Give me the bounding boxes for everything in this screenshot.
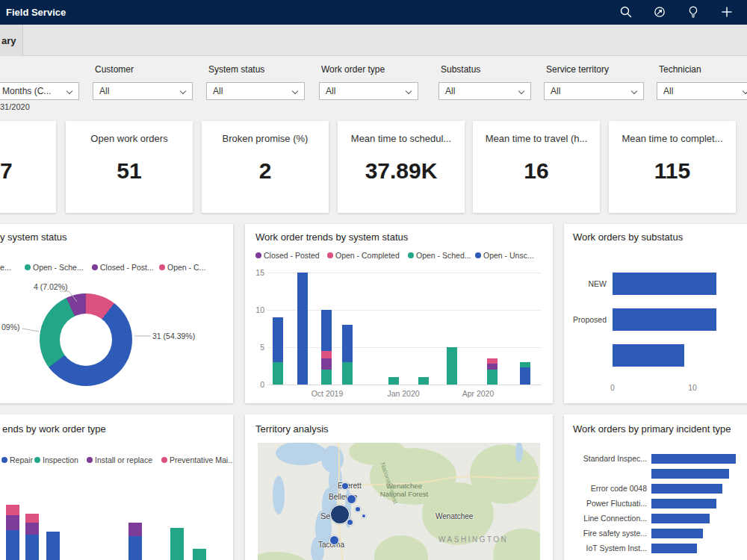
teal-legend-dot	[34, 457, 40, 463]
chevron-down-icon	[292, 88, 298, 94]
pink-legend-dot	[161, 457, 167, 463]
bar-segment-blue[interactable]	[273, 317, 283, 362]
bar-segment-purple[interactable]	[487, 364, 498, 370]
legend-label-closed-post: Closed - Post...	[100, 263, 154, 272]
legend-label-open-sche: Open - Sche...	[33, 263, 84, 272]
filter-dropdown-customer[interactable]: All	[93, 82, 193, 100]
bar-iot-system-inst[interactable]	[651, 544, 697, 553]
kpi-card-mean-time-to-travel-h[interactable]: Mean time to travel (h...16	[473, 121, 600, 213]
bar-segment-teal[interactable]	[447, 347, 457, 385]
bar-segment-teal[interactable]	[273, 362, 283, 385]
bar-segment-teal[interactable]	[487, 370, 498, 385]
bar-proposed[interactable]	[613, 308, 716, 331]
bar-power-fluctuati[interactable]	[651, 499, 716, 508]
kpi-value: 37.89K	[338, 158, 465, 184]
kpi-card-open-work-orders[interactable]: Open work orders51	[66, 121, 193, 213]
map-bubble[interactable]	[341, 482, 349, 490]
legend-label-e: e...	[0, 263, 11, 272]
bar-segment-blue[interactable]	[128, 536, 142, 560]
bar-segment-pink[interactable]	[6, 505, 19, 515]
kpi-value: 115	[609, 158, 736, 184]
bar-segment-pink[interactable]	[25, 514, 39, 523]
bar-segment-blue[interactable]	[46, 532, 60, 560]
blue-legend-dot	[1, 457, 7, 463]
bar-segment-teal[interactable]	[170, 528, 184, 560]
period-value: Months (C...	[2, 86, 51, 96]
bar-segment-teal[interactable]	[321, 370, 332, 385]
chevron-down-icon	[180, 88, 186, 94]
bar-line-connection[interactable]	[651, 514, 710, 523]
bar-segment-blue[interactable]	[25, 535, 39, 560]
category-label-proposed: Proposed	[564, 308, 607, 331]
kpi-card-mean-time-to-complet[interactable]: Mean time to complet...115	[609, 121, 736, 213]
legend-label-closed-posted: Closed - Posted	[264, 251, 320, 260]
period-date-range: 31/2020	[0, 102, 30, 111]
kpi-card-0[interactable]: 7	[0, 121, 56, 213]
bar-segment-blue[interactable]	[520, 367, 530, 385]
bar-segment-purple[interactable]	[321, 358, 332, 370]
bar-item[interactable]	[613, 344, 684, 367]
bar-segment-blue[interactable]	[342, 325, 353, 362]
lightbulb-icon-art	[686, 5, 700, 19]
bar-segment-purple[interactable]	[6, 515, 19, 530]
period-dropdown[interactable]: Months (C...	[0, 82, 79, 100]
teal-legend-dot	[408, 252, 414, 258]
filter-dropdown-technician[interactable]: All	[657, 82, 747, 100]
filter-dropdown-work-order-type[interactable]: All	[319, 82, 418, 100]
filter-label-substatus: Substatus	[441, 64, 480, 75]
y-axis-label: 0	[247, 380, 264, 389]
chart-title: Work orders by primary incident type	[573, 423, 731, 435]
kpi-card-mean-time-to-schedul[interactable]: Mean time to schedul...37.89K	[338, 121, 465, 213]
kpi-value: 51	[66, 158, 193, 184]
map-label-wenatchee: Wenatchee	[436, 512, 473, 520]
field-service-dashboard: Field Service ary Months (C... 31/2020	[0, 0, 747, 560]
bar-item[interactable]	[651, 469, 729, 479]
filter-dropdown-substatus[interactable]: All	[438, 82, 531, 100]
bar-new[interactable]	[613, 273, 716, 295]
filter-value: All	[326, 86, 335, 96]
map-bubble[interactable]	[329, 535, 339, 545]
kpi-title: Mean time to complet...	[609, 133, 736, 144]
bar-segment-blue[interactable]	[6, 530, 19, 560]
bar-segment-blue[interactable]	[297, 273, 308, 385]
bar-segment-pink[interactable]	[321, 351, 332, 358]
map-bubble[interactable]	[355, 506, 361, 512]
lightbulb-icon[interactable]	[686, 5, 700, 19]
bar-segment-teal[interactable]	[388, 377, 399, 385]
bar-standard-inspec[interactable]	[651, 454, 736, 464]
bar-segment-teal[interactable]	[418, 377, 429, 385]
map-label-state: WASHINGTON	[438, 535, 508, 544]
bar-segment-purple[interactable]	[128, 523, 142, 536]
y-axis-label: 10	[247, 305, 264, 314]
gridline	[267, 273, 542, 273]
chevron-down-icon	[631, 88, 637, 94]
filter-value: All	[99, 86, 109, 96]
legend-label-repair: Repair	[10, 455, 33, 464]
donut-callout-purple: 4 (7.02%)	[34, 282, 68, 291]
filter-dropdown-system-status[interactable]: All	[206, 82, 305, 100]
topbar-icons	[619, 5, 734, 19]
filter-dropdown-service-territory[interactable]: All	[544, 82, 644, 100]
kpi-card-broken-promise[interactable]: Broken promise (%)2	[202, 121, 329, 213]
add-icon[interactable]	[720, 5, 734, 19]
x-axis-label: 10	[687, 383, 698, 392]
bar-segment-teal[interactable]	[342, 362, 353, 385]
chart-title: Work order trends by system status	[255, 231, 408, 243]
bar-error-code-0048[interactable]	[651, 484, 722, 494]
legend-label-inspection: Inspection	[43, 455, 78, 464]
search-icon[interactable]	[619, 5, 633, 19]
bar-segment-teal[interactable]	[520, 362, 530, 367]
bar-segment-purple[interactable]	[25, 523, 39, 535]
chevron-down-icon	[406, 88, 412, 94]
map-bubble[interactable]	[362, 514, 366, 518]
compass-icon[interactable]	[653, 5, 666, 19]
bar-fire-safety-syste[interactable]	[651, 529, 703, 538]
map-canvas[interactable]: Wenatchee National ForestWASHINGTONNatio…	[258, 443, 540, 560]
bar-segment-blue[interactable]	[321, 310, 332, 351]
bar-segment-teal[interactable]	[193, 549, 206, 560]
map-bubble[interactable]	[347, 494, 356, 504]
bar-segment-pink[interactable]	[487, 358, 498, 364]
y-axis-label: 5	[247, 343, 264, 352]
map-bubble[interactable]	[347, 519, 353, 526]
tab-summary[interactable]: ary	[0, 25, 23, 56]
